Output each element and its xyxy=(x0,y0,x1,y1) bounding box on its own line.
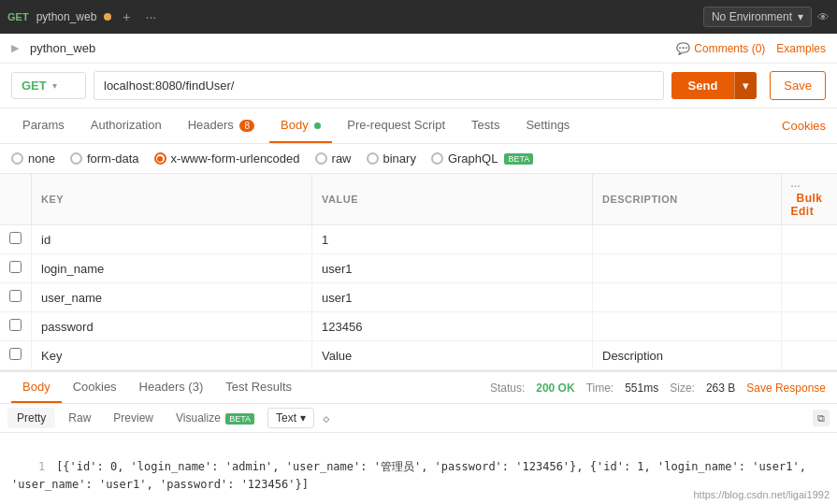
method-text: GET xyxy=(22,79,47,93)
resp-tab-headers[interactable]: Headers (3) xyxy=(128,372,215,403)
tab-params[interactable]: Params xyxy=(11,108,76,143)
copy-button[interactable]: ⧉ xyxy=(813,410,830,426)
graphql-beta-badge: BETA xyxy=(504,153,533,165)
row-checkbox-id[interactable] xyxy=(9,232,22,244)
radio-raw-icon xyxy=(315,152,327,165)
send-button[interactable]: Send xyxy=(671,72,735,99)
actions-login xyxy=(781,254,837,283)
tab-pre-request-script[interactable]: Pre-request Script xyxy=(336,108,456,143)
examples-button[interactable]: Examples xyxy=(776,42,826,55)
arrow-icon: ▶ xyxy=(11,42,19,54)
request-tabs: Params Authorization Headers 8 Body Pre-… xyxy=(0,108,837,144)
table-row: login_name user1 xyxy=(0,254,837,283)
table-row: id 1 xyxy=(0,225,837,254)
method-selector[interactable]: GET ▾ xyxy=(11,72,86,99)
value-password: 123456 xyxy=(312,312,593,341)
radio-none-icon xyxy=(11,152,23,165)
col-header-key: KEY xyxy=(32,174,312,225)
tab-method-badge: GET xyxy=(7,11,29,22)
body-type-form-data-label: form-data xyxy=(87,151,139,166)
comment-icon: 💬 xyxy=(676,42,690,55)
col-header-desc: DESCRIPTION xyxy=(593,174,782,225)
tab-headers[interactable]: Headers 8 xyxy=(177,108,266,143)
response-text: [{'id': 0, 'login_name': 'admin', 'user_… xyxy=(11,460,813,491)
time-label: Time: xyxy=(586,382,614,395)
key-placeholder[interactable]: Key xyxy=(32,341,312,370)
body-type-urlencoded[interactable]: x-www-form-urlencoded xyxy=(154,151,300,166)
body-type-raw-label: raw xyxy=(332,151,352,166)
desc-placeholder[interactable]: Description xyxy=(593,341,782,370)
env-dropdown[interactable]: No Environment ▾ xyxy=(703,7,812,27)
save-response-button[interactable]: Save Response xyxy=(746,382,826,395)
format-pretty-button[interactable]: Pretty xyxy=(7,408,55,428)
response-format-bar: Pretty Raw Preview Visualize BETA Text ▾… xyxy=(0,404,837,433)
actions-username xyxy=(781,283,837,312)
table-row: password 123456 xyxy=(0,312,837,341)
body-type-none[interactable]: none xyxy=(11,151,55,166)
method-chevron-icon: ▾ xyxy=(52,80,57,91)
radio-urlencoded-icon xyxy=(154,152,166,165)
comments-button[interactable]: 💬 Comments (0) xyxy=(676,42,765,55)
response-status: Status: 200 OK Time: 551ms Size: 263 B S… xyxy=(490,382,826,395)
request-title-bar: ▶ python_web 💬 Comments (0) Examples xyxy=(0,34,837,64)
format-preview-button[interactable]: Preview xyxy=(104,408,163,428)
resp-tab-cookies[interactable]: Cookies xyxy=(62,372,128,403)
more-tabs-button[interactable]: ··· xyxy=(142,7,161,26)
radio-form-data-icon xyxy=(70,152,82,165)
save-button[interactable]: Save xyxy=(770,71,826,100)
watermark: https://blog.csdn.net/ligai1992 xyxy=(693,489,830,500)
request-name: python_web xyxy=(30,41,95,55)
key-login: login_name xyxy=(32,254,312,283)
row-checkbox-login[interactable] xyxy=(9,261,22,273)
tab-unsaved-dot xyxy=(104,13,111,21)
size-value: 263 B xyxy=(706,382,735,395)
visualize-beta-badge: BETA xyxy=(225,413,254,425)
format-raw-button[interactable]: Raw xyxy=(59,408,100,428)
row-checkbox-new[interactable] xyxy=(9,348,22,360)
body-type-bar: none form-data x-www-form-urlencoded raw… xyxy=(0,144,837,174)
new-tab-button[interactable]: + xyxy=(119,7,134,26)
chevron-down-icon: ▾ xyxy=(798,10,803,23)
text-type-chevron-icon: ▾ xyxy=(300,411,306,425)
bulk-edit-button[interactable]: Bulk Edit xyxy=(791,192,823,218)
tab-body[interactable]: Body xyxy=(269,108,332,143)
value-id: 1 xyxy=(312,225,593,254)
comments-label: Comments (0) xyxy=(694,42,765,55)
body-type-binary[interactable]: binary xyxy=(367,151,416,166)
body-type-graphql[interactable]: GraphQL BETA xyxy=(431,151,533,166)
value-placeholder[interactable]: Value xyxy=(312,341,593,370)
body-type-raw[interactable]: raw xyxy=(315,151,352,166)
resp-tab-test-results[interactable]: Test Results xyxy=(214,372,303,403)
row-checkbox-password[interactable] xyxy=(9,319,22,331)
cookies-link[interactable]: Cookies xyxy=(782,119,826,133)
right-actions: 💬 Comments (0) Examples xyxy=(676,42,826,55)
response-tabs-bar: Body Cookies Headers (3) Test Results St… xyxy=(0,372,837,404)
env-eye-icon[interactable]: 👁 xyxy=(817,10,830,24)
col-header-actions: ··· Bulk Edit xyxy=(781,174,837,225)
response-area: Body Cookies Headers (3) Test Results St… xyxy=(0,370,837,504)
key-username: user_name xyxy=(32,283,312,312)
format-visualize-button[interactable]: Visualize BETA xyxy=(166,408,264,428)
row-checkbox-username[interactable] xyxy=(9,290,22,302)
send-dropdown-button[interactable]: ▾ xyxy=(734,72,757,99)
text-type-selector[interactable]: Text ▾ xyxy=(267,408,314,428)
actions-placeholder xyxy=(781,341,837,370)
beautify-button[interactable]: ⬦ xyxy=(322,410,331,426)
col-header-value: VALUE xyxy=(312,174,593,225)
desc-username xyxy=(593,283,782,312)
top-bar: GET python_web + ··· No Environment ▾ 👁 xyxy=(0,0,837,34)
desc-password xyxy=(593,312,782,341)
body-type-none-label: none xyxy=(28,151,55,166)
body-type-binary-label: binary xyxy=(383,151,416,166)
tab-settings[interactable]: Settings xyxy=(514,108,581,143)
desc-login xyxy=(593,254,782,283)
radio-graphql-icon xyxy=(431,152,443,165)
resp-tab-body[interactable]: Body xyxy=(11,372,62,403)
value-login: user1 xyxy=(312,254,593,283)
tab-authorization[interactable]: Authorization xyxy=(79,108,173,143)
body-type-form-data[interactable]: form-data xyxy=(70,151,139,166)
status-value: 200 OK xyxy=(536,382,574,395)
actions-id xyxy=(781,225,837,254)
tab-tests[interactable]: Tests xyxy=(460,108,511,143)
url-input[interactable] xyxy=(94,71,664,100)
